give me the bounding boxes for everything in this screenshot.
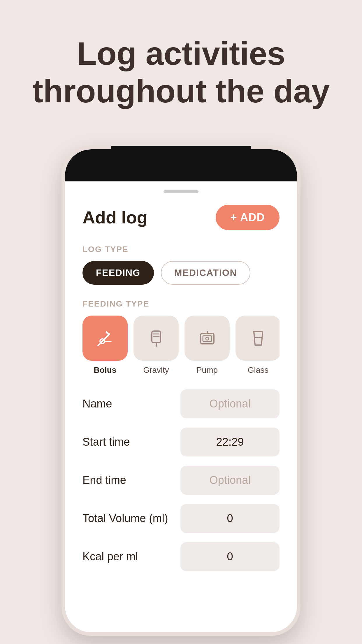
svg-rect-10 — [203, 336, 212, 342]
drag-indicator — [164, 190, 198, 193]
total-volume-input[interactable]: 0 — [180, 504, 280, 533]
start-time-row: Start time 22:29 — [82, 428, 280, 456]
end-time-row: End time Optional — [82, 466, 280, 495]
log-type-medication-button[interactable]: MEDICATION — [161, 261, 250, 285]
log-type-feeding-button[interactable]: FEEDING — [82, 261, 154, 285]
add-button[interactable]: + ADD — [216, 205, 280, 230]
add-log-header: Add log + ADD — [82, 205, 280, 230]
phone-mockup: Add log + ADD LOG TYPE FEEDING MEDICATIO… — [21, 146, 341, 636]
pump-label: Pump — [196, 365, 218, 375]
total-volume-row: Total Volume (ml) 0 — [82, 504, 280, 533]
glass-icon — [248, 328, 268, 349]
kcal-per-ml-label: Kcal per ml — [82, 550, 138, 563]
screen-content: Add log + ADD LOG TYPE FEEDING MEDICATIO… — [65, 181, 297, 592]
hero-section: Log activities throughout the day — [0, 0, 362, 128]
feeding-type-row: Bolus Gravity — [82, 316, 280, 375]
feeding-type-gravity[interactable]: Gravity — [133, 316, 179, 375]
phone-notch — [111, 146, 251, 181]
end-time-label: End time — [82, 474, 126, 487]
log-type-row: FEEDING MEDICATION — [82, 261, 280, 285]
name-label: Name — [82, 398, 112, 410]
bolus-icon — [95, 328, 115, 349]
feeding-type-bolus[interactable]: Bolus — [82, 316, 128, 375]
hero-title: Log activities throughout the day — [23, 35, 339, 110]
pump-icon — [197, 328, 217, 349]
phone-screen: Add log + ADD LOG TYPE FEEDING MEDICATIO… — [65, 149, 297, 632]
total-volume-label: Total Volume (ml) — [82, 512, 168, 525]
kcal-per-ml-row: Kcal per ml 0 — [82, 542, 280, 571]
glass-label: Glass — [248, 365, 269, 375]
svg-rect-5 — [152, 331, 161, 343]
name-row: Name Optional — [82, 389, 280, 418]
bolus-icon-box — [82, 316, 128, 361]
start-time-label: Start time — [82, 436, 130, 448]
kcal-per-ml-input[interactable]: 0 — [180, 542, 280, 571]
start-time-input[interactable]: 22:29 — [180, 428, 280, 456]
name-input[interactable]: Optional — [180, 389, 280, 418]
svg-rect-1 — [105, 331, 109, 335]
feeding-type-glass[interactable]: Glass — [236, 316, 280, 375]
log-type-label: LOG TYPE — [82, 245, 280, 254]
pump-icon-box — [184, 316, 230, 361]
gravity-label: Gravity — [143, 365, 169, 375]
hero-title-line1: Log activities — [77, 35, 285, 72]
add-log-title: Add log — [82, 207, 147, 228]
end-time-input[interactable]: Optional — [180, 466, 280, 495]
svg-point-12 — [206, 337, 209, 340]
hero-title-line2: throughout the day — [32, 73, 330, 109]
svg-line-4 — [98, 344, 100, 346]
phone-outer-shell: Add log + ADD LOG TYPE FEEDING MEDICATIO… — [61, 146, 301, 636]
feeding-type-pump[interactable]: Pump — [184, 316, 230, 375]
bolus-label: Bolus — [94, 365, 117, 375]
gravity-icon — [146, 328, 166, 349]
gravity-icon-box — [133, 316, 179, 361]
feeding-type-label: FEEDING TYPE — [82, 299, 280, 309]
glass-icon-box — [236, 316, 280, 361]
